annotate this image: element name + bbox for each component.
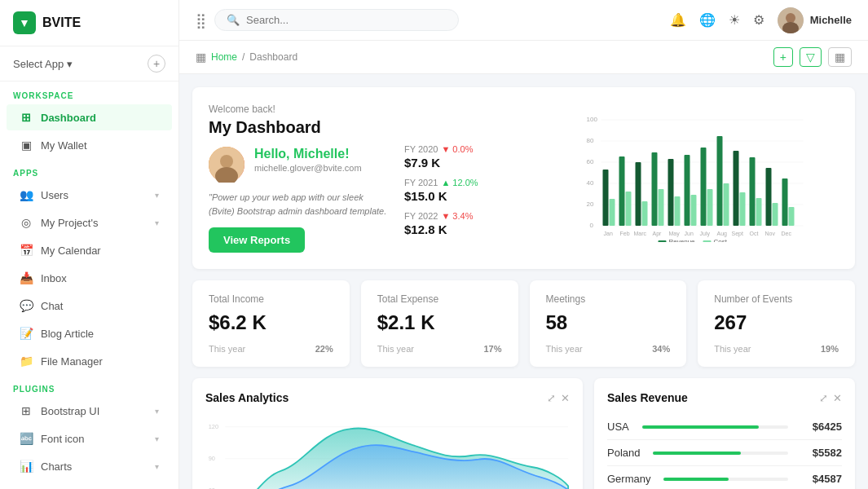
search-icon: 🔍 — [227, 14, 240, 26]
svg-text:Oct: Oct — [750, 231, 759, 236]
svg-rect-54 — [659, 240, 667, 242]
sidebar-item-bootstrap-ui[interactable]: ⊞ Bootstrap UI ▾ — [7, 398, 172, 424]
font-icon: 🔤 — [20, 432, 33, 445]
svg-rect-20 — [619, 156, 625, 226]
card-actions: ⤢ ✕ — [819, 392, 842, 404]
profile-avatar — [209, 147, 245, 183]
logo-text: BVITE — [42, 15, 81, 30]
search-input[interactable] — [246, 14, 447, 26]
sidebar-item-label: Bootstrap UI — [41, 405, 99, 417]
svg-rect-32 — [717, 136, 723, 226]
stat-label: Number of Events — [714, 293, 839, 305]
view-breadcrumb-button[interactable]: ▦ — [828, 47, 852, 67]
chevron-icon: ▾ — [155, 191, 159, 200]
chevron-icon: ▾ — [155, 434, 159, 443]
sidebar-item-wallet[interactable]: ▣ My Wallet — [7, 132, 172, 158]
view-reports-button[interactable]: View Reports — [209, 227, 305, 253]
sales-analytics-card: Sales Analytics ⤢ ✕ 120 90 60 — [192, 378, 583, 489]
svg-text:Sept: Sept — [732, 231, 743, 237]
user-name: Michelle — [810, 14, 852, 26]
stat-value: 58 — [546, 311, 671, 334]
stat-events: Number of Events 267 This year 19% — [698, 280, 855, 367]
fy-2020: FY 2020 ▼ 0.0% $7.9 K — [404, 144, 527, 170]
globe-icon[interactable]: 🌐 — [699, 12, 716, 28]
dashboard-icon: ⊞ — [20, 111, 33, 124]
select-app-button[interactable]: Select App ▾ — [13, 58, 73, 70]
svg-text:90: 90 — [209, 455, 215, 462]
svg-rect-33 — [724, 183, 729, 226]
welcome-left: Welcome back! My Dashboard Hello, Michel… — [209, 104, 388, 253]
card-title: Sales Revenue — [607, 391, 688, 404]
logo-area: ▼ BVITE — [0, 0, 178, 46]
chat-icon: 💬 — [20, 299, 33, 312]
revenue-amount: $6425 — [801, 421, 842, 433]
revenue-bar-track — [642, 425, 788, 429]
filter-breadcrumb-button[interactable]: ▽ — [800, 47, 822, 67]
revenue-item-germany: Germany $4587 — [607, 466, 842, 489]
fy-2021: FY 2021 ▲ 12.0% $15.0 K — [404, 178, 527, 203]
sidebar-item-fonticon[interactable]: 🔤 Font icon ▾ — [7, 425, 172, 452]
sidebar-item-charts[interactable]: 📊 Charts ▾ — [7, 453, 172, 479]
user-info[interactable]: Michelle — [778, 7, 852, 33]
close-icon[interactable]: ✕ — [833, 392, 842, 404]
country-label: Poland — [607, 447, 640, 459]
stat-total-expense: Total Expense $2.1 K This year 17% — [361, 280, 518, 367]
welcome-quote: "Power up your web app with our sleek (B… — [209, 191, 388, 218]
svg-rect-37 — [756, 198, 762, 226]
stat-label: Total Income — [209, 293, 333, 305]
sidebar-item-chat[interactable]: 💬 Chat — [7, 293, 172, 319]
svg-point-1 — [786, 13, 795, 23]
stat-value: $2.1 K — [377, 311, 502, 334]
svg-text:0: 0 — [590, 222, 594, 229]
svg-rect-21 — [626, 192, 632, 226]
sidebar-item-files[interactable]: 📁 File Manager — [7, 348, 172, 374]
add-app-button[interactable]: + — [148, 55, 165, 73]
bootstrap-icon: ⊞ — [20, 404, 33, 417]
card-header: Sales Analytics ⤢ ✕ — [205, 391, 570, 404]
svg-rect-28 — [685, 155, 690, 226]
svg-text:Nov: Nov — [765, 231, 776, 236]
card-title: Sales Analytics — [205, 391, 289, 404]
sidebar-item-bs5tags[interactable]: 🏷 Bootstrap5 tags — [7, 481, 172, 489]
svg-rect-39 — [773, 203, 778, 226]
plugins-section-label: PLUGINS — [0, 375, 178, 397]
sidebar-item-users[interactable]: 👥 Users ▾ — [7, 182, 172, 208]
welcome-card: Welcome back! My Dashboard Hello, Michel… — [192, 87, 855, 269]
welcome-title: My Dashboard — [209, 118, 388, 137]
revenue-bar-track — [663, 478, 788, 481]
svg-rect-23 — [642, 201, 648, 226]
svg-text:120: 120 — [209, 423, 218, 430]
sidebar-item-dashboard[interactable]: ⊞ Dashboard — [7, 104, 172, 130]
calendar-icon: 📅 — [20, 244, 33, 257]
settings-icon[interactable]: ⚙ — [753, 12, 764, 28]
sidebar-item-label: File Manager — [41, 355, 103, 368]
stat-this-year: This year — [546, 344, 583, 354]
stat-this-year: This year — [209, 344, 245, 354]
svg-point-4 — [220, 155, 233, 168]
card-actions: ⤢ ✕ — [547, 392, 570, 404]
close-icon[interactable]: ✕ — [561, 392, 570, 404]
sidebar-item-blog[interactable]: 📝 Blog Article — [7, 320, 172, 346]
expand-icon[interactable]: ⤢ — [819, 392, 828, 404]
sun-icon[interactable]: ☀ — [729, 12, 740, 28]
search-box[interactable]: 🔍 — [214, 9, 459, 31]
svg-rect-36 — [750, 157, 756, 226]
grid-menu-icon[interactable]: ⣿ — [196, 11, 206, 29]
sidebar-item-inbox[interactable]: 📥 Inbox — [7, 265, 172, 291]
bar-chart-svg: 100 80 60 40 20 0 — [543, 112, 839, 242]
content-area: Welcome back! My Dashboard Hello, Michel… — [179, 74, 868, 489]
sidebar-item-label: Users — [41, 189, 68, 201]
breadcrumb-home[interactable]: Home — [211, 51, 237, 63]
svg-text:Revenue: Revenue — [669, 238, 696, 242]
svg-text:100: 100 — [587, 116, 598, 123]
topbar-right: 🔔 🌐 ☀ ⚙ Michelle — [670, 7, 852, 33]
sidebar-item-label: My Calendar — [41, 244, 101, 257]
expand-icon[interactable]: ⤢ — [547, 392, 556, 404]
bell-icon[interactable]: 🔔 — [670, 12, 686, 28]
svg-rect-41 — [789, 207, 795, 226]
sidebar-item-calendar[interactable]: 📅 My Calendar — [7, 237, 172, 263]
svg-rect-19 — [610, 199, 615, 226]
add-breadcrumb-button[interactable]: + — [773, 47, 793, 67]
revenue-amount: $4587 — [801, 473, 842, 485]
sidebar-item-projects[interactable]: ◎ My Project's ▾ — [7, 209, 172, 236]
